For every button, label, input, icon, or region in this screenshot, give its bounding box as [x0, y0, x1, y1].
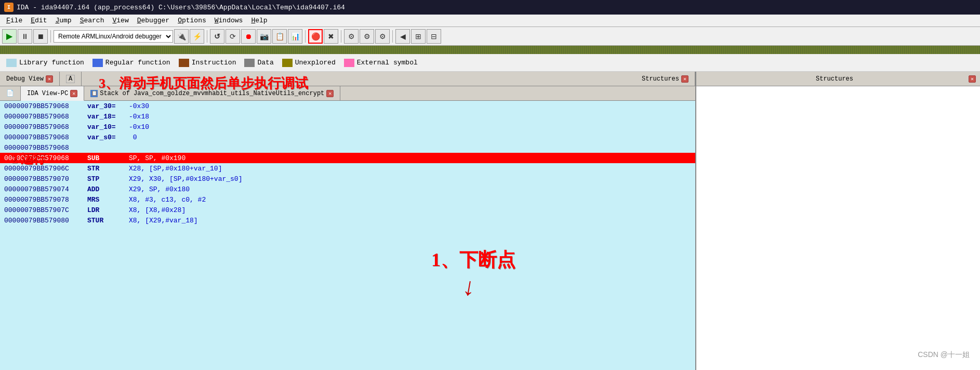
legend-color-data — [244, 59, 255, 67]
toolbar-separator-4 — [341, 30, 341, 43]
structures-header: Structures ✕ — [696, 72, 980, 86]
toolbar-separator-3 — [305, 30, 306, 43]
tab-spacer — [82, 72, 635, 86]
structures-label: Structures — [642, 75, 679, 83]
structures-tab[interactable]: Structures ✕ — [635, 72, 695, 86]
code-line-9: 00000079BB579074 ADD X29, SP, #0x180 — [0, 184, 695, 194]
tb-btn-6[interactable]: 📊 — [288, 29, 302, 44]
menu-file[interactable]: File — [2, 16, 27, 25]
a-tab[interactable]: A — [60, 72, 82, 86]
ops-8: X29, X30, [SP,#0x180+var_s0] — [129, 175, 242, 183]
ops-1: -0x30 — [129, 102, 149, 110]
addr-11: 00000079BB57907C — [4, 206, 87, 214]
left-panel: Debug View ✕ A Structures ✕ 📄 IDA View-P… — [0, 72, 696, 370]
breakpoint-button[interactable]: 🔴 — [308, 29, 323, 44]
addr-2: 00000079BB579068 — [4, 113, 87, 121]
menu-jump[interactable]: Jump — [51, 16, 75, 25]
menu-search[interactable]: Search — [76, 16, 109, 25]
legend-label-external: External symbol — [357, 59, 418, 67]
step-over-button[interactable]: ↺ — [210, 29, 224, 44]
addr-bp: 00000079BB579068 — [4, 154, 87, 162]
addr-4: 00000079BB579068 — [4, 134, 87, 141]
code-line-8: 00000079BB579070 STP X29, X30, [SP,#0x18… — [0, 174, 695, 184]
tb-btn-10[interactable]: ⚙ — [360, 29, 374, 44]
debugger-dropdown[interactable]: Remote ARMLinux/Android debugger — [54, 30, 173, 43]
ops-12: X8, [X29,#var_18] — [129, 217, 198, 224]
legend-color-unexplored — [282, 59, 293, 67]
connect2-button[interactable]: ⚡ — [190, 29, 204, 44]
play-button[interactable]: ▶ — [2, 29, 17, 44]
legend-label-regular: Regular function — [105, 59, 170, 67]
ida-view-tab-bar: 📄 IDA View-PC ✕ 📋 Stack of Java_com_gold… — [0, 86, 695, 101]
toolbar-separator-1 — [50, 30, 51, 43]
page-icon: 📄 — [6, 89, 14, 97]
mnem-8: STP — [87, 175, 129, 183]
addr-5: 00000079BB579068 — [4, 144, 87, 152]
code-line-breakpoint[interactable]: 00000079BB579068 SUB SP, SP, #0x190 — [0, 153, 695, 163]
ops-7: X28, [SP,#0x180+var_10] — [129, 165, 222, 173]
stack-tab-label: Stack of Java_com_goldze_mvvmhabit_utils… — [100, 90, 324, 97]
legend-label-instruction: Instruction — [192, 59, 236, 67]
tb-btn-8[interactable]: ✖ — [324, 29, 338, 44]
menu-edit[interactable]: Edit — [27, 16, 51, 25]
a-tab-icon: A — [66, 75, 75, 83]
legend-regular-function: Regular function — [92, 59, 170, 67]
debug-view-close[interactable]: ✕ — [46, 75, 53, 83]
ida-code-view[interactable]: 00000079BB579068 var_30= -0x30 00000079B… — [0, 101, 695, 370]
stack-tab-icon: 📋 — [90, 90, 98, 97]
legend-color-external — [344, 59, 354, 67]
legend-bar: Library function Regular function Instru… — [0, 54, 980, 72]
ida-view-close[interactable]: ✕ — [70, 90, 77, 97]
menu-bar: File Edit Jump Search View Debugger Opti… — [0, 15, 980, 27]
legend-label-unexplored: Unexplored — [295, 59, 336, 67]
page-icon-btn[interactable]: 📄 — [0, 86, 21, 100]
menu-windows[interactable]: Windows — [210, 16, 247, 25]
title-bar: I IDA - ida94407.i64 (app_process64) C:\… — [0, 0, 980, 15]
mnem-1: var_30= — [87, 102, 129, 110]
stack-tab[interactable]: 📋 Stack of Java_com_goldze_mvvmhabit_uti… — [84, 86, 340, 100]
nav-bar-inner — [0, 46, 980, 54]
legend-library-function: Library function — [6, 59, 84, 67]
tb-btn-5[interactable]: 📋 — [272, 29, 287, 44]
snapshot-button[interactable]: 📷 — [257, 29, 271, 44]
structures-content — [696, 86, 980, 370]
code-line-1: 00000079BB579068 var_30= -0x30 — [0, 101, 695, 111]
addr-10: 00000079BB579078 — [4, 196, 87, 204]
stop-button[interactable]: ⏹ — [33, 29, 48, 44]
structures-panel-close[interactable]: ✕ — [969, 75, 976, 83]
window-title: IDA - ida94407.i64 (app_process64) C:\Us… — [17, 4, 345, 11]
main-area: Debug View ✕ A Structures ✕ 📄 IDA View-P… — [0, 72, 980, 370]
ops-11: X8, [X8,#0x28] — [129, 206, 186, 214]
menu-help[interactable]: Help — [247, 16, 271, 25]
mnem-2: var_18= — [87, 113, 129, 121]
ida-view-label: IDA View-PC — [27, 90, 68, 97]
pause-button[interactable]: ⏸ — [18, 29, 32, 44]
toolbar: ▶ ⏸ ⏹ Remote ARMLinux/Android debugger 🔌… — [0, 27, 980, 46]
ida-view-pc-tab[interactable]: IDA View-PC ✕ — [21, 86, 84, 101]
addr-8: 00000079BB579070 — [4, 175, 87, 183]
addr-3: 00000079BB579068 — [4, 123, 87, 131]
right-panel: Structures ✕ — [696, 72, 980, 370]
ops-3: -0x10 — [129, 123, 149, 131]
tb-btn-13[interactable]: ⊞ — [411, 29, 426, 44]
menu-view[interactable]: View — [108, 16, 133, 25]
code-line-11: 00000079BB57907C LDR X8, [X8,#0x28] — [0, 205, 695, 215]
ops-10: X8, #3, c13, c0, #2 — [129, 196, 206, 204]
legend-data: Data — [244, 59, 273, 67]
debug-view-label: Debug View — [6, 75, 44, 83]
tb-btn-9[interactable]: ⚙ — [344, 29, 359, 44]
legend-instruction: Instruction — [179, 59, 236, 67]
connect-button[interactable]: 🔌 — [174, 29, 189, 44]
menu-debugger[interactable]: Debugger — [133, 16, 174, 25]
mnem-10: MRS — [87, 196, 129, 204]
step-into-button[interactable]: ⟳ — [226, 29, 240, 44]
debug-view-tab[interactable]: Debug View ✕ — [0, 72, 60, 86]
stack-tab-close[interactable]: ✕ — [326, 90, 334, 97]
menu-options[interactable]: Options — [174, 16, 210, 25]
tb-btn-11[interactable]: ⚙ — [375, 29, 390, 44]
structures-close[interactable]: ✕ — [681, 75, 688, 83]
tb-btn-14[interactable]: ⊟ — [427, 29, 441, 44]
nav-bar[interactable] — [0, 46, 980, 54]
tb-btn-12[interactable]: ◀ — [395, 29, 410, 44]
record-button[interactable]: ⏺ — [241, 29, 256, 44]
